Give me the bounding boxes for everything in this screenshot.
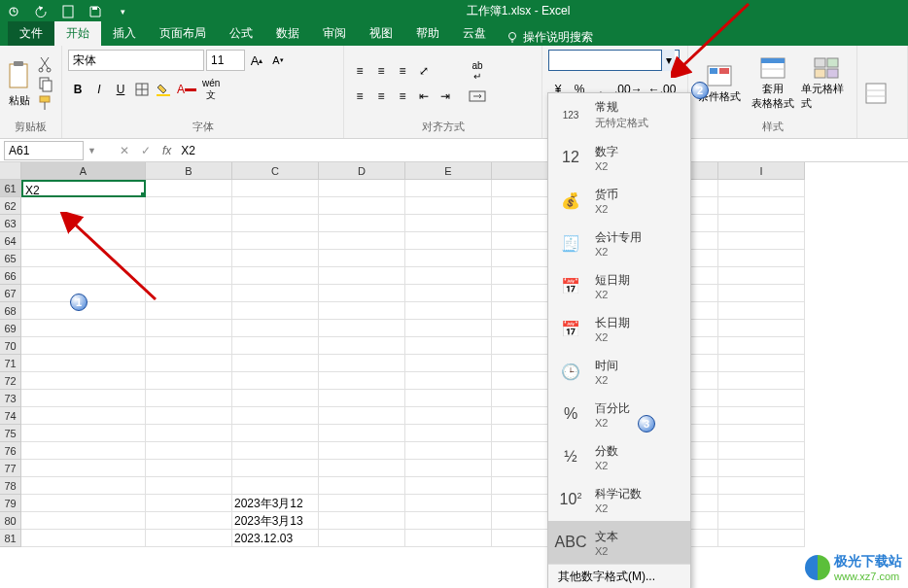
- cell[interactable]: [319, 460, 405, 477]
- format-item-科学记数[interactable]: 102科学记数X2: [548, 478, 690, 521]
- format-as-table-button[interactable]: 套用 表格格式: [748, 56, 797, 111]
- tab-review[interactable]: 审阅: [311, 21, 358, 46]
- row-header[interactable]: 81: [0, 530, 21, 547]
- cell[interactable]: [718, 390, 805, 407]
- cell[interactable]: [146, 180, 232, 197]
- cell[interactable]: [21, 530, 146, 547]
- row-header[interactable]: 63: [0, 215, 21, 232]
- indent-inc-button[interactable]: ⇥: [436, 86, 455, 107]
- new-icon[interactable]: [58, 3, 78, 20]
- row-header[interactable]: 66: [0, 267, 21, 285]
- cell[interactable]: [718, 372, 805, 390]
- cell[interactable]: [21, 407, 146, 425]
- cell[interactable]: [319, 320, 405, 337]
- cell[interactable]: [232, 180, 319, 197]
- row-header[interactable]: 71: [0, 355, 21, 372]
- italic-button[interactable]: I: [89, 79, 109, 100]
- cell[interactable]: [405, 302, 492, 320]
- cell[interactable]: [405, 495, 492, 512]
- cell[interactable]: [146, 530, 232, 547]
- cell[interactable]: [405, 425, 492, 442]
- cell[interactable]: [405, 530, 492, 547]
- tab-file[interactable]: 文件: [8, 21, 54, 46]
- cell[interactable]: [232, 355, 319, 372]
- indent-dec-button[interactable]: ⇤: [414, 86, 434, 107]
- cell[interactable]: [21, 495, 146, 512]
- cell[interactable]: [718, 320, 805, 337]
- cell[interactable]: [232, 285, 319, 302]
- column-header[interactable]: E: [405, 162, 492, 180]
- bold-button[interactable]: B: [68, 79, 87, 100]
- cell[interactable]: [319, 512, 405, 530]
- cell[interactable]: [232, 232, 319, 250]
- phonetic-button[interactable]: wén文: [200, 79, 222, 100]
- row-header[interactable]: 74: [0, 407, 21, 425]
- fill-handle[interactable]: [141, 192, 146, 197]
- tab-formulas[interactable]: 公式: [218, 21, 264, 46]
- cell[interactable]: [718, 197, 805, 215]
- cell[interactable]: [232, 320, 319, 337]
- cell[interactable]: [146, 320, 232, 337]
- cell[interactable]: [319, 215, 405, 232]
- format-item-货币[interactable]: 💰货币X2: [548, 179, 690, 222]
- cell[interactable]: [21, 215, 146, 232]
- cell[interactable]: [405, 460, 492, 477]
- cell[interactable]: [232, 337, 319, 355]
- cell[interactable]: [405, 267, 492, 285]
- cell[interactable]: [405, 285, 492, 302]
- cell[interactable]: [146, 250, 232, 267]
- column-header[interactable]: B: [146, 162, 232, 180]
- tab-cloud[interactable]: 云盘: [451, 21, 498, 46]
- cell[interactable]: [405, 355, 492, 372]
- tab-view[interactable]: 视图: [358, 21, 404, 46]
- cell[interactable]: [319, 477, 405, 495]
- cell[interactable]: [405, 477, 492, 495]
- cell[interactable]: [319, 355, 405, 372]
- grow-font-button[interactable]: A▴: [247, 50, 266, 71]
- formula-input[interactable]: [177, 144, 908, 157]
- row-headers[interactable]: 6162636465666768697071727374757677787980…: [0, 180, 21, 588]
- cell[interactable]: [232, 442, 319, 460]
- cell[interactable]: [21, 442, 146, 460]
- cell[interactable]: [21, 232, 146, 250]
- cell[interactable]: [146, 197, 232, 215]
- cell[interactable]: [21, 250, 146, 267]
- underline-button[interactable]: U: [111, 79, 130, 100]
- cell[interactable]: [319, 372, 405, 390]
- format-item-百分比[interactable]: %百分比X2: [548, 393, 690, 435]
- orientation-button[interactable]: ⤢: [414, 60, 434, 82]
- row-header[interactable]: 78: [0, 477, 21, 495]
- tab-data[interactable]: 数据: [264, 21, 311, 46]
- cell[interactable]: [405, 442, 492, 460]
- cancel-formula-button[interactable]: ✕: [114, 141, 135, 160]
- row-header[interactable]: 64: [0, 232, 21, 250]
- cell[interactable]: [718, 355, 805, 372]
- tab-help[interactable]: 帮助: [404, 21, 451, 46]
- format-item-时间[interactable]: 🕒时间X2: [548, 350, 690, 393]
- fx-label[interactable]: fx: [157, 144, 177, 157]
- cell-styles-button[interactable]: 单元格样式: [801, 56, 851, 111]
- format-item-数字[interactable]: 12数字X2: [548, 136, 690, 179]
- cell[interactable]: [718, 215, 805, 232]
- wrap-text-button[interactable]: ab↵: [467, 60, 488, 82]
- cell[interactable]: [21, 425, 146, 442]
- qat-dropdown-icon[interactable]: ▾: [113, 3, 132, 20]
- row-header[interactable]: 79: [0, 495, 21, 512]
- cell[interactable]: [319, 530, 405, 547]
- cell[interactable]: [232, 390, 319, 407]
- cell[interactable]: [718, 302, 805, 320]
- row-header[interactable]: 67: [0, 285, 21, 302]
- cell[interactable]: [718, 460, 805, 477]
- cell[interactable]: [146, 215, 232, 232]
- font-color-button[interactable]: A: [175, 79, 198, 100]
- column-header[interactable]: C: [232, 162, 319, 180]
- number-format-dropdown-icon[interactable]: ▾: [661, 50, 675, 71]
- cell[interactable]: [21, 512, 146, 530]
- row-header[interactable]: 75: [0, 425, 21, 442]
- cell[interactable]: [232, 407, 319, 425]
- row-header[interactable]: 73: [0, 390, 21, 407]
- cell[interactable]: 2023年3月13: [232, 512, 319, 530]
- font-name-combo[interactable]: [68, 50, 204, 71]
- row-header[interactable]: 65: [0, 250, 21, 267]
- cell[interactable]: [405, 180, 492, 197]
